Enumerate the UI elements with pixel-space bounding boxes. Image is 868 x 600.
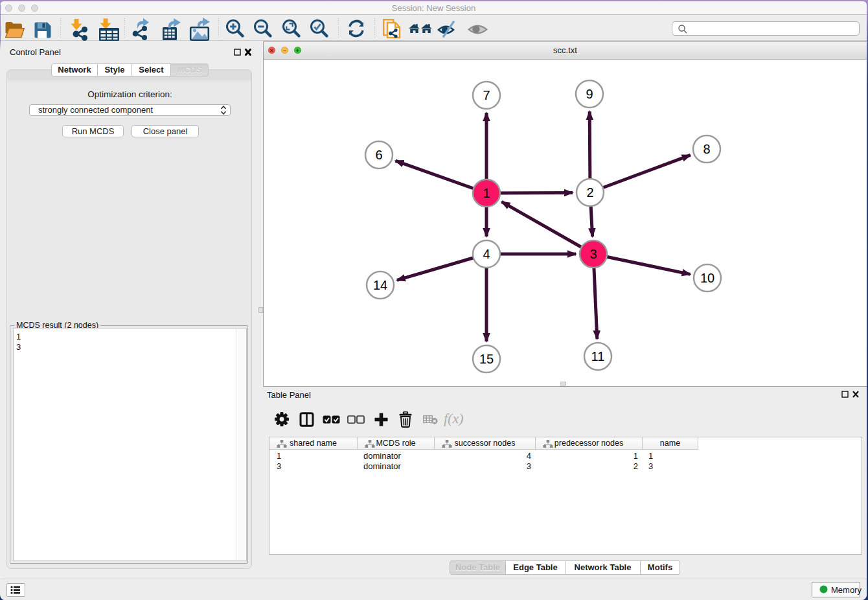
svg-text:8: 8: [703, 142, 710, 156]
svg-text:7: 7: [483, 88, 490, 102]
svg-text:11: 11: [591, 349, 605, 363]
svg-text:6: 6: [375, 148, 382, 162]
svg-text:1: 1: [483, 186, 490, 200]
svg-text:4: 4: [483, 247, 490, 261]
svg-text:2: 2: [586, 185, 593, 200]
svg-text:10: 10: [700, 271, 714, 285]
svg-text:9: 9: [586, 87, 593, 101]
svg-text:14: 14: [373, 278, 387, 292]
svg-text:3: 3: [589, 247, 597, 261]
svg-text:15: 15: [479, 352, 494, 366]
